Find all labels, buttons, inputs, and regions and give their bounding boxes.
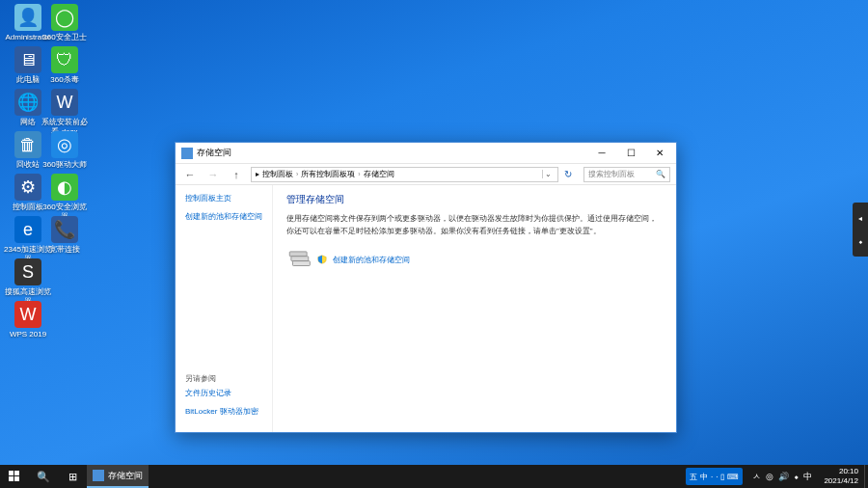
desktop-icon[interactable]: ◐360安全浏览器 <box>41 174 89 222</box>
desktop-icon[interactable]: 📞宽带连接 <box>41 216 89 255</box>
action-row: 创建新的池和存储空间 <box>286 247 663 272</box>
tray-expand-icon[interactable]: ㅅ <box>752 471 761 483</box>
desktop-icon-image: 📞 <box>51 216 78 243</box>
search-icon: 🔍 <box>656 170 665 178</box>
sidebar-home-link[interactable]: 控制面板主页 <box>185 193 262 203</box>
drives-icon <box>286 247 312 272</box>
desktop-icon-image: ⚙ <box>14 174 41 201</box>
desktop-icon-image: ◯ <box>51 4 78 31</box>
desktop-icon-image: 🖥 <box>14 46 41 73</box>
search-placeholder: 搜索控制面板 <box>588 169 635 179</box>
svg-rect-1 <box>291 257 309 261</box>
breadcrumb[interactable]: ▸ 控制面板 › 所有控制面板项 › 存储空间 ⌄ <box>251 167 558 182</box>
toolbar: ← → ↑ ▸ 控制面板 › 所有控制面板项 › 存储空间 ⌄ ↻ 搜索控制面板… <box>176 164 676 185</box>
content-area: 控制面板主页 创建新的池和存储空间 另请参阅 文件历史记录 BitLocker … <box>176 185 676 432</box>
desktop-icon-image: 🗑 <box>14 131 41 158</box>
sidebar-link-file-history[interactable]: 文件历史记录 <box>185 388 262 398</box>
taskbar: 🔍 ⊞ 存储空间 五 中 · · ▯ ⌨ ㅅ ◎ 🔊 ⬥ 中 20:10 202… <box>0 465 868 488</box>
main-description: 使用存储空间将文件保存到两个或更多驱动器，以便在驱动器发生故障时为你提供保护。通… <box>286 212 663 237</box>
desktop-icon[interactable]: ◯360安全卫士 <box>41 4 89 42</box>
window-title: 存储空间 <box>197 147 587 159</box>
minimize-button[interactable]: ─ <box>587 144 616 163</box>
desktop-icon-label: 360驱动大师 <box>41 160 89 170</box>
desktop-icon-image: W <box>51 89 78 116</box>
desktop-icon[interactable]: WWPS 2019 <box>4 301 52 339</box>
back-button[interactable]: ← <box>181 166 199 183</box>
svg-rect-5 <box>9 476 14 481</box>
clock-time: 20:10 <box>824 467 858 476</box>
ime-item[interactable]: 中 <box>700 472 708 482</box>
start-button[interactable] <box>0 465 29 488</box>
ime-item[interactable]: · <box>716 473 718 481</box>
ime-item[interactable]: · <box>711 473 713 481</box>
titlebar: 存储空间 ─ ☐ ✕ <box>176 143 676 164</box>
search-button[interactable]: 🔍 <box>29 465 58 488</box>
close-button[interactable]: ✕ <box>645 144 674 163</box>
show-desktop-button[interactable] <box>864 465 868 488</box>
desktop-icon-image: 👤 <box>14 4 41 31</box>
sidebar-create-link[interactable]: 创建新的池和存储空间 <box>185 211 262 222</box>
task-view-button[interactable]: ⊞ <box>58 465 87 488</box>
desktop-icon-image: W <box>14 301 41 328</box>
tray-volume-icon[interactable]: 🔊 <box>778 472 789 481</box>
gadget-icon: ⬥ <box>858 237 863 246</box>
desktop-icon-label: 360安全卫士 <box>41 33 89 42</box>
svg-rect-6 <box>14 476 19 481</box>
desktop-icon-label: 宽带连接 <box>41 245 89 255</box>
desktop-icon-label: WPS 2019 <box>4 330 52 339</box>
forward-button[interactable]: → <box>204 166 222 183</box>
tray-icon[interactable]: ◎ <box>766 472 773 481</box>
desktop-icon-image: ◎ <box>51 131 78 158</box>
side-gadget[interactable]: ◂ ⬥ <box>853 203 868 257</box>
control-panel-window: 存储空间 ─ ☐ ✕ ← → ↑ ▸ 控制面板 › 所有控制面板项 › 存储空间… <box>175 142 677 433</box>
desktop-icon[interactable]: S搜狐高速浏览器 <box>4 258 52 307</box>
shield-icon <box>317 255 327 264</box>
create-pool-link[interactable]: 创建新的池和存储空间 <box>333 255 410 265</box>
desktop-icon-image: 🛡 <box>51 46 78 73</box>
svg-rect-3 <box>9 471 14 475</box>
breadcrumb-item[interactable]: 存储空间 <box>364 169 394 179</box>
breadcrumb-separator: › <box>296 171 298 177</box>
window-controls: ─ ☐ ✕ <box>587 144 674 163</box>
main-heading: 管理存储空间 <box>286 193 663 206</box>
ime-item[interactable]: ▯ <box>720 473 724 481</box>
ime-toolbar[interactable]: 五 中 · · ▯ ⌨ <box>686 468 743 485</box>
svg-rect-4 <box>14 471 19 475</box>
breadcrumb-item[interactable]: 所有控制面板项 <box>301 169 355 179</box>
desktop-icon-image: ◐ <box>51 174 78 201</box>
breadcrumb-item[interactable]: 控制面板 <box>262 169 293 179</box>
breadcrumb-dropdown[interactable]: ⌄ <box>542 170 554 178</box>
ime-item[interactable]: 五 <box>690 472 697 482</box>
desktop-icon-image: 🌐 <box>14 89 41 116</box>
tray-ime-icon[interactable]: 中 <box>803 471 812 483</box>
maximize-button[interactable]: ☐ <box>616 144 645 163</box>
desktop-icon-label: 360杀毒 <box>41 75 89 85</box>
desktop-icon[interactable]: ◎360驱动大师 <box>41 131 89 170</box>
gadget-icon: ◂ <box>858 214 862 223</box>
main-panel: 管理存储空间 使用存储空间将文件保存到两个或更多驱动器，以便在驱动器发生故障时为… <box>272 185 676 432</box>
taskbar-clock[interactable]: 20:10 2021/4/12 <box>818 467 864 486</box>
desktop-icon[interactable]: 🛡360杀毒 <box>41 46 89 85</box>
svg-rect-2 <box>293 261 311 266</box>
up-button[interactable]: ↑ <box>228 166 245 183</box>
desktop-icon-image: S <box>14 258 41 285</box>
breadcrumb-root-icon: ▸ <box>256 170 259 178</box>
system-tray: ㅅ ◎ 🔊 ⬥ 中 <box>746 471 818 483</box>
desktop-icon-image: e <box>14 216 41 243</box>
taskbar-item-storage[interactable]: 存储空间 <box>87 465 149 488</box>
sidebar-link-bitlocker[interactable]: BitLocker 驱动器加密 <box>185 406 262 417</box>
sidebar: 控制面板主页 创建新的池和存储空间 另请参阅 文件历史记录 BitLocker … <box>176 185 272 432</box>
window-icon <box>181 148 193 159</box>
svg-rect-0 <box>289 252 307 257</box>
see-also-heading: 另请参阅 <box>185 373 262 384</box>
refresh-button[interactable]: ↻ <box>564 169 578 179</box>
clock-date: 2021/4/12 <box>824 476 858 486</box>
search-input[interactable]: 搜索控制面板 🔍 <box>583 167 670 182</box>
taskbar-item-icon <box>93 470 104 481</box>
breadcrumb-separator: › <box>358 171 360 177</box>
ime-item[interactable]: ⌨ <box>727 473 739 481</box>
desktop-icon[interactable]: W系统安装前必看.docx <box>41 89 89 137</box>
taskbar-item-label: 存储空间 <box>108 470 143 482</box>
tray-icon[interactable]: ⬥ <box>794 472 799 481</box>
